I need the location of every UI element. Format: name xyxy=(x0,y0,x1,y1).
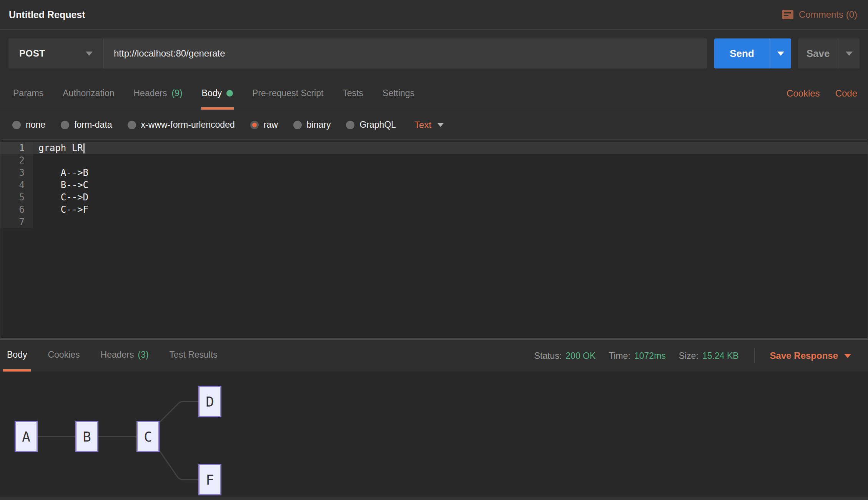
response-tab-test-results[interactable]: Test Results xyxy=(166,340,221,372)
graph-edges xyxy=(0,372,868,500)
response-tab-body[interactable]: Body xyxy=(3,340,31,372)
tab-authorization[interactable]: Authorization xyxy=(62,77,115,110)
cookies-link[interactable]: Cookies xyxy=(787,88,820,99)
graph-node[interactable]: B xyxy=(75,421,98,452)
response-tab-cookies[interactable]: Cookies xyxy=(44,340,83,372)
graph-node[interactable]: D xyxy=(198,386,221,417)
code-link[interactable]: Code xyxy=(835,88,857,99)
editor-line[interactable]: 1 graph LR xyxy=(0,142,868,154)
save-label: Save xyxy=(798,38,838,68)
radio-binary[interactable]: binary xyxy=(293,120,331,130)
radio-icon xyxy=(293,121,302,129)
format-label: Text xyxy=(414,120,431,130)
request-tabs-row: Params Authorization Headers (9) Body Pr… xyxy=(0,77,868,110)
comment-bubble-icon xyxy=(782,10,793,19)
comments-label: Comments (0) xyxy=(799,9,857,20)
method-dropdown[interactable]: POST xyxy=(8,38,104,68)
editor-line[interactable]: 2 xyxy=(0,154,868,167)
text-cursor xyxy=(83,143,85,153)
body-type-row: none form-data x-www-form-urlencoded raw… xyxy=(0,110,868,139)
line-number: 5 xyxy=(0,191,33,203)
graph-node[interactable]: A xyxy=(15,421,38,452)
tab-pre-request-label: Pre-request Script xyxy=(252,88,323,98)
status-label: Status: xyxy=(534,351,562,361)
radio-graphql[interactable]: GraphQL xyxy=(346,120,396,130)
send-button[interactable]: Send xyxy=(714,38,791,68)
save-response-label: Save Response xyxy=(770,350,838,361)
radio-raw-label: raw xyxy=(264,120,278,130)
headers-count-badge: (9) xyxy=(171,88,182,98)
tab-pre-request-script[interactable]: Pre-request Script xyxy=(251,77,324,110)
chevron-down-icon xyxy=(437,123,444,127)
send-label: Send xyxy=(714,38,770,68)
time-indicator: Time: 1072ms xyxy=(609,351,665,361)
request-body-editor[interactable]: 1 graph LR 2 3 A-->B 4 B-->C 5 C-->D 6 C… xyxy=(0,139,868,338)
time-label: Time: xyxy=(609,351,630,361)
editor-line[interactable]: 4 B-->C xyxy=(0,179,868,191)
line-number: 6 xyxy=(0,203,33,216)
size-indicator: Size: 15.24 KB xyxy=(679,351,739,361)
tab-tests-label: Tests xyxy=(343,88,363,98)
editor-line[interactable]: 5 C-->D xyxy=(0,191,868,203)
line-number: 1 xyxy=(0,142,33,154)
page-title: Untitled Request xyxy=(9,9,85,20)
code-text: graph LR xyxy=(33,142,868,154)
radio-form-data-label: form-data xyxy=(74,120,112,130)
response-header: Body Cookies Headers (3) Test Results St… xyxy=(0,340,868,372)
radio-icon xyxy=(128,121,136,129)
tab-headers-label: Headers xyxy=(134,88,167,98)
format-dropdown[interactable]: Text xyxy=(414,120,444,130)
radio-selected-icon xyxy=(250,121,259,129)
body-modified-dot-icon xyxy=(226,90,233,97)
save-options-button[interactable] xyxy=(838,38,860,68)
radio-x-www-form-urlencoded[interactable]: x-www-form-urlencoded xyxy=(128,120,235,130)
tab-settings[interactable]: Settings xyxy=(382,77,415,110)
time-value: 1072ms xyxy=(634,351,666,361)
tab-params[interactable]: Params xyxy=(12,77,44,110)
chevron-down-icon xyxy=(844,354,851,358)
radio-icon xyxy=(346,121,354,129)
code-text: C-->D xyxy=(33,191,868,203)
radio-urlencoded-label: x-www-form-urlencoded xyxy=(141,120,235,130)
response-body-viewer[interactable]: A B C D F xyxy=(0,372,868,500)
method-label: POST xyxy=(19,48,45,59)
response-meta: Status: 200 OK Time: 1072ms Size: 15.24 … xyxy=(534,348,851,363)
chevron-down-icon xyxy=(777,52,784,56)
graph-node[interactable]: C xyxy=(136,421,160,452)
graph-node[interactable]: F xyxy=(198,464,221,495)
tab-tests[interactable]: Tests xyxy=(342,77,364,110)
radio-none[interactable]: none xyxy=(12,120,45,130)
response-tab-headers-label: Headers xyxy=(101,350,134,360)
radio-raw[interactable]: raw xyxy=(250,120,278,130)
response-tab-test-results-label: Test Results xyxy=(170,350,218,360)
line-number: 2 xyxy=(0,154,33,167)
request-tabs: Params Authorization Headers (9) Body Pr… xyxy=(12,77,415,110)
line-number: 4 xyxy=(0,179,33,191)
response-tabs: Body Cookies Headers (3) Test Results xyxy=(3,340,221,372)
save-button[interactable]: Save xyxy=(798,38,860,68)
size-value: 15.24 KB xyxy=(702,351,739,361)
editor-line[interactable]: 6 C-->F xyxy=(0,203,868,216)
code-text xyxy=(33,216,868,228)
editor-line[interactable]: 7 xyxy=(0,216,868,228)
tab-params-label: Params xyxy=(13,88,43,98)
tab-body[interactable]: Body xyxy=(201,77,234,110)
chevron-down-icon xyxy=(846,52,853,56)
radio-icon xyxy=(61,121,69,129)
horizontal-scrollbar[interactable] xyxy=(0,497,868,500)
tab-settings-label: Settings xyxy=(382,88,414,98)
send-options-button[interactable] xyxy=(770,38,791,68)
tab-headers[interactable]: Headers (9) xyxy=(133,77,183,110)
comments-button[interactable]: Comments (0) xyxy=(782,9,857,20)
tab-authorization-label: Authorization xyxy=(63,88,114,98)
code-text: B-->C xyxy=(33,179,868,191)
chevron-down-icon xyxy=(86,52,93,56)
response-tab-headers[interactable]: Headers (3) xyxy=(97,340,153,372)
editor-line[interactable]: 3 A-->B xyxy=(0,167,868,179)
radio-form-data[interactable]: form-data xyxy=(61,120,112,130)
url-input[interactable] xyxy=(104,38,707,68)
status-value: 200 OK xyxy=(565,351,595,361)
code-text xyxy=(33,154,868,167)
save-response-button[interactable]: Save Response xyxy=(770,350,851,361)
code-text: C-->F xyxy=(33,203,868,216)
